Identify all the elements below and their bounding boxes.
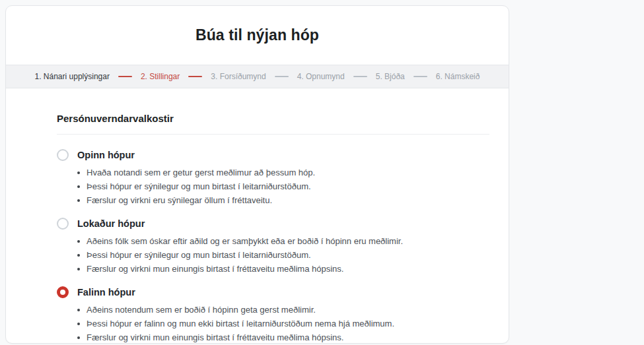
bullet-item: Hvaða notandi sem er getur gerst meðlimu…	[57, 166, 489, 179]
card-header: Búa til nýjan hóp	[6, 6, 509, 65]
radio-lokadur-hopur[interactable]	[57, 218, 69, 230]
section-divider	[57, 134, 489, 135]
bullet-item: Þessi hópur er sýnilegur og mun birtast …	[57, 248, 489, 262]
option-falinn-hopur: Falinn hópur Aðeins notendum sem er boði…	[57, 286, 489, 344]
step-connector	[353, 76, 367, 77]
section-title: Persónuverndarvalkostir	[57, 113, 489, 124]
option-bullets: Aðeins notendum sem er boðið í hópinn ge…	[57, 303, 489, 344]
option-opinn-hopur: Opinn hópur Hvaða notandi sem er getur g…	[57, 149, 489, 207]
stepper: 1. Nánari upplýsingar 2. Stillingar 3. F…	[6, 65, 509, 88]
option-bullets: Aðeins fólk sem óskar eftir aðild og er …	[57, 234, 489, 276]
step-bjoda[interactable]: 5. Bjóða	[376, 72, 405, 81]
bullet-item: Þessi hópur er falinn og mun ekki birtas…	[57, 317, 489, 330]
option-bullets: Hvaða notandi sem er getur gerst meðlimu…	[57, 166, 489, 207]
bullet-item: Aðeins fólk sem óskar eftir aðild og er …	[57, 234, 489, 248]
option-lokadur-hopur-row[interactable]: Lokaður hópur	[57, 218, 489, 230]
step-stillingar[interactable]: 2. Stillingar	[141, 72, 180, 81]
option-opinn-hopur-row[interactable]: Opinn hópur	[57, 149, 489, 161]
radio-opinn-hopur[interactable]	[57, 149, 69, 161]
option-label: Lokaður hópur	[77, 218, 145, 229]
privacy-options-section: Persónuverndarvalkostir Opinn hópur Hvað…	[6, 88, 509, 344]
create-group-card: Búa til nýjan hóp 1. Nánari upplýsingar …	[5, 5, 509, 344]
step-nanari-upplysingar[interactable]: 1. Nánari upplýsingar	[35, 72, 110, 81]
bullet-item: Þessi hópur er sýnilegur og mun birtast …	[57, 179, 489, 193]
bullet-item: Aðeins notendum sem er boðið í hópinn ge…	[57, 303, 489, 317]
bullet-item: Færslur og virkni eru sýnilegar öllum í …	[57, 193, 489, 207]
page-title: Búa til nýjan hóp	[196, 26, 319, 44]
bullet-item: Færslur og virkni mun einungis birtast í…	[57, 330, 489, 344]
radio-falinn-hopur[interactable]	[57, 286, 69, 298]
step-connector	[118, 76, 132, 77]
step-connector	[275, 76, 289, 77]
step-connector	[188, 76, 202, 77]
step-forsidumynd[interactable]: 3. Forsíðumynd	[211, 72, 266, 81]
option-falinn-hopur-row[interactable]: Falinn hópur	[57, 286, 489, 298]
step-opnumynd[interactable]: 4. Opnumynd	[297, 72, 345, 81]
option-label: Falinn hópur	[77, 287, 135, 298]
option-lokadur-hopur: Lokaður hópur Aðeins fólk sem óskar efti…	[57, 218, 489, 276]
option-label: Opinn hópur	[77, 150, 135, 160]
step-namskeid[interactable]: 6. Námskeið	[436, 72, 480, 81]
bullet-item: Færslur og virkni mun einungis birtast í…	[57, 262, 489, 276]
step-connector	[413, 76, 427, 77]
